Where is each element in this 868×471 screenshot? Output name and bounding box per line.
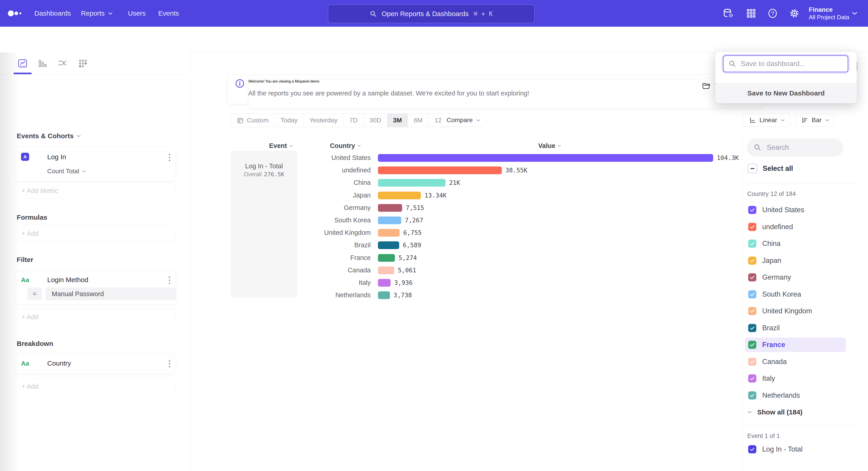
- global-search-button[interactable]: Open Reports & Dashboards ⌘ + K: [328, 4, 535, 23]
- settings-gear-icon[interactable]: [789, 0, 800, 27]
- select-all-checkbox-indeterminate[interactable]: [748, 164, 757, 173]
- project-switcher[interactable]: Finance All Project Data: [809, 0, 849, 27]
- nav-events[interactable]: Events: [158, 0, 179, 27]
- range-3m-label: 3M: [393, 117, 402, 124]
- range-7d[interactable]: 7D: [344, 114, 364, 127]
- chevron-down-icon: [82, 170, 86, 173]
- country-checkbox[interactable]: [748, 273, 756, 282]
- chart-bar[interactable]: [378, 192, 421, 199]
- country-checkbox[interactable]: [748, 223, 756, 231]
- events-cohorts-label: Events & Cohorts: [17, 132, 74, 140]
- compare-button[interactable]: Compare: [441, 114, 486, 127]
- breakdown-card[interactable]: Aa Country: [14, 353, 176, 374]
- nav-users[interactable]: Users: [128, 0, 146, 27]
- country-checkbox[interactable]: [748, 374, 756, 383]
- country-checkbox[interactable]: [748, 341, 756, 349]
- chart-bar[interactable]: [378, 266, 394, 274]
- panel-search-input[interactable]: [766, 143, 835, 152]
- range-6m[interactable]: 6M: [408, 114, 429, 127]
- country-checkbox[interactable]: [748, 358, 756, 366]
- chart-bar[interactable]: [378, 291, 390, 299]
- panel-search-field[interactable]: [747, 139, 843, 156]
- mixpanel-logo[interactable]: [8, 0, 24, 27]
- scale-dropdown[interactable]: Linear: [743, 114, 790, 127]
- column-header-value[interactable]: Value: [538, 142, 561, 150]
- country-filter-row[interactable]: South Korea: [745, 287, 846, 301]
- chart-type-dropdown[interactable]: Bar: [796, 114, 835, 127]
- project-chevron-down-icon[interactable]: [852, 0, 858, 27]
- help-icon[interactable]: ?: [767, 0, 778, 27]
- chart-value-label: 21K: [449, 179, 460, 186]
- filter-value-field[interactable]: Manual Password: [45, 288, 177, 300]
- data-management-icon[interactable]: [722, 0, 734, 27]
- range-custom[interactable]: Custom: [231, 114, 275, 127]
- chart-bar[interactable]: [378, 241, 399, 249]
- column-header-country[interactable]: Country: [330, 142, 361, 150]
- breakdown-kebab-icon[interactable]: [168, 359, 170, 368]
- nav-dashboards[interactable]: Dashboards: [34, 0, 71, 27]
- chart-bar[interactable]: [378, 229, 400, 237]
- metric-card[interactable]: A Log In Count Total: [14, 147, 176, 181]
- tab-flows-icon[interactable]: [57, 58, 67, 68]
- country-filter-row[interactable]: France: [745, 337, 846, 352]
- range-30d[interactable]: 30D: [364, 114, 387, 127]
- country-filter-row[interactable]: Japan: [745, 254, 846, 268]
- country-checkbox[interactable]: [748, 257, 756, 265]
- chart-bar[interactable]: [378, 154, 713, 162]
- save-dashboard-input[interactable]: [740, 59, 838, 68]
- chart-bar[interactable]: [378, 179, 445, 187]
- country-checkbox[interactable]: [748, 240, 756, 248]
- range-3m-selected[interactable]: 3M: [387, 114, 408, 127]
- event-filter-row[interactable]: Log In - Total: [748, 445, 803, 453]
- country-filter-row[interactable]: Germany: [745, 270, 846, 285]
- chart-bar[interactable]: [378, 279, 391, 287]
- nav-reports[interactable]: Reports: [81, 0, 113, 27]
- add-filter-button[interactable]: + Add: [14, 308, 176, 326]
- chart-bar[interactable]: [378, 216, 401, 224]
- select-all-label: Select all: [763, 165, 793, 173]
- save-dashboard-search-field[interactable]: [723, 55, 848, 72]
- chart-row: South Korea7,267: [267, 214, 423, 227]
- range-yesterday[interactable]: Yesterday: [304, 114, 344, 127]
- country-filter-row[interactable]: China: [745, 236, 846, 251]
- show-all-button[interactable]: Show all (184): [747, 405, 847, 419]
- chart-bar[interactable]: [378, 204, 402, 212]
- filter-property-name[interactable]: Login Method: [47, 276, 88, 284]
- chart-bar[interactable]: [378, 167, 502, 174]
- country-checkbox[interactable]: [748, 324, 756, 332]
- country-filter-row[interactable]: Netherlands: [745, 388, 846, 403]
- add-formula-button[interactable]: + Add: [14, 225, 176, 242]
- country-filter-row[interactable]: Canada: [745, 354, 846, 369]
- country-checkbox[interactable]: [748, 391, 756, 400]
- metric-kebab-icon[interactable]: [168, 153, 170, 162]
- country-filter-row[interactable]: Brazil: [745, 321, 846, 335]
- country-checkbox[interactable]: [748, 290, 756, 298]
- log-in-total-checkbox[interactable]: [748, 445, 756, 453]
- metric-event-name[interactable]: Log In: [47, 153, 66, 161]
- panel-divider: [746, 184, 858, 184]
- range-today[interactable]: Today: [275, 114, 304, 127]
- country-filter-row[interactable]: United Kingdom: [745, 304, 846, 318]
- apps-grid-icon[interactable]: [746, 0, 756, 27]
- add-metric-button[interactable]: + Add Metric: [14, 183, 176, 199]
- tab-insights-icon[interactable]: [18, 58, 28, 68]
- select-all-row[interactable]: Select all: [748, 164, 793, 173]
- tab-retention-icon[interactable]: [78, 58, 88, 68]
- country-checkbox[interactable]: [748, 307, 756, 315]
- country-filter-row[interactable]: undefined: [745, 220, 846, 234]
- country-filter-row[interactable]: United States: [745, 203, 846, 217]
- save-to-new-dashboard-button[interactable]: Save to New Dashboard: [715, 83, 857, 103]
- chart-bar[interactable]: [378, 254, 395, 262]
- metric-aggregation-dropdown[interactable]: Count Total: [47, 168, 86, 175]
- country-checkbox[interactable]: [748, 206, 756, 214]
- add-breakdown-button[interactable]: + Add: [14, 378, 176, 395]
- country-filter-row[interactable]: Italy: [745, 371, 846, 386]
- events-cohorts-section-header[interactable]: Events & Cohorts: [17, 132, 81, 140]
- breakdown-property-name[interactable]: Country: [47, 359, 71, 367]
- filter-card[interactable]: Aa Login Method = Manual Password: [14, 271, 176, 305]
- project-name: Finance: [809, 6, 849, 13]
- column-header-event[interactable]: Event: [269, 142, 293, 150]
- tab-funnels-icon[interactable]: [37, 58, 48, 68]
- filter-operator-dropdown[interactable]: =: [27, 288, 42, 300]
- filter-kebab-icon[interactable]: [168, 276, 170, 285]
